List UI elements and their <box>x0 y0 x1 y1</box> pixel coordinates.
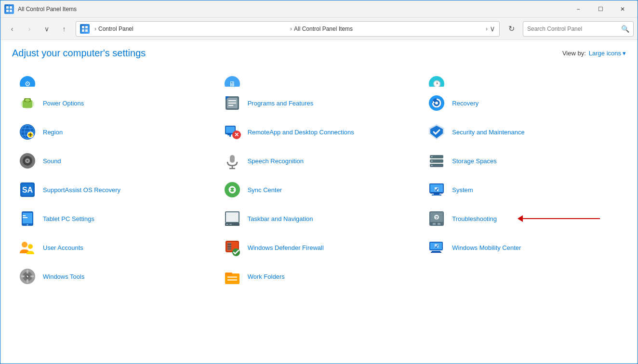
item-clipped-3[interactable]: 🕐 <box>421 66 626 87</box>
dropdown-button[interactable]: ∨ <box>39 21 54 37</box>
item-power-options[interactable]: Power Options <box>12 89 217 117</box>
clipped-icon-2: 🖥 <box>223 74 242 87</box>
sync-center-icon <box>223 180 242 199</box>
item-work-folders[interactable]: Work Folders <box>217 262 422 291</box>
item-taskbar[interactable]: Taskbar and Navigation <box>217 204 422 233</box>
item-speech-recognition[interactable]: Speech Recognition <box>217 146 422 175</box>
storage-spaces-icon <box>427 151 446 170</box>
security-maintenance-label: Security and Maintenance <box>452 129 524 136</box>
svg-rect-7 <box>85 29 88 32</box>
window-controls: − ☐ ✕ <box>567 0 634 18</box>
recovery-icon <box>427 93 446 113</box>
svg-rect-97 <box>432 251 440 252</box>
arrow-line <box>523 218 600 219</box>
troubleshooting-arrow <box>518 215 600 222</box>
user-accounts-icon <box>18 238 37 257</box>
item-recovery[interactable]: Recovery <box>421 89 626 117</box>
item-system[interactable]: System <box>421 175 626 204</box>
svg-text:SA: SA <box>22 186 33 194</box>
power-options-icon <box>18 93 37 113</box>
forward-button[interactable]: › <box>22 21 37 37</box>
minimize-button[interactable]: − <box>567 0 589 18</box>
svg-point-27 <box>435 102 438 104</box>
up-button[interactable]: ↑ <box>56 21 72 37</box>
item-storage-spaces[interactable]: Storage Spaces <box>421 146 626 175</box>
search-bar[interactable]: 🔍 <box>523 21 634 37</box>
address-chevron-icon[interactable]: ∨ <box>490 24 495 33</box>
item-supportassist[interactable]: SA SupportAssist OS Recovery <box>12 175 217 204</box>
address-current[interactable]: All Control Panel Items <box>294 26 484 32</box>
item-sound[interactable]: Sound <box>12 146 217 175</box>
item-region[interactable]: Region <box>12 117 217 146</box>
refresh-button[interactable]: ↻ <box>504 21 519 37</box>
item-remoteapp[interactable]: ✕ RemoteApp and Desktop Connections <box>217 117 422 146</box>
arrow-head <box>518 215 523 222</box>
empty-cell <box>421 262 626 291</box>
svg-rect-57 <box>431 165 433 166</box>
view-dropdown-icon: ▾ <box>623 50 626 57</box>
svg-rect-4 <box>82 26 84 28</box>
close-button[interactable]: ✕ <box>611 0 634 18</box>
maximize-button[interactable]: ☐ <box>589 0 611 18</box>
clipped-icon-1: ⚙ <box>18 74 37 87</box>
svg-point-61 <box>225 182 240 197</box>
back-button[interactable]: ‹ <box>4 21 20 37</box>
address-control-panel[interactable]: Control Panel <box>98 26 288 32</box>
speech-recognition-label: Speech Recognition <box>248 157 304 165</box>
svg-rect-0 <box>6 6 9 9</box>
work-folders-label: Work Folders <box>248 273 285 280</box>
item-user-accounts[interactable]: User Accounts <box>12 233 217 262</box>
page-header: Adjust your computer's settings View by:… <box>12 48 626 59</box>
address-sep2: › <box>290 26 292 32</box>
svg-rect-102 <box>27 270 28 273</box>
item-programs-features[interactable]: Programs and Features <box>217 89 422 117</box>
svg-rect-1 <box>10 6 12 9</box>
windows-mobility-icon <box>427 238 446 257</box>
view-mode-label: Large icons <box>589 50 621 57</box>
sound-label: Sound <box>43 157 61 165</box>
item-sync-center[interactable]: Sync Center <box>217 175 422 204</box>
svg-rect-104 <box>21 275 25 277</box>
item-windows-defender[interactable]: Windows Defender Firewall <box>217 233 422 262</box>
content-area: Adjust your computer's settings View by:… <box>0 40 638 364</box>
work-folders-icon <box>223 267 242 286</box>
svg-text:🕐: 🕐 <box>433 80 441 87</box>
svg-rect-111 <box>227 279 237 281</box>
windows-tools-icon <box>18 267 37 286</box>
search-input[interactable] <box>527 26 621 32</box>
svg-rect-91 <box>227 244 231 245</box>
remoteapp-icon: ✕ <box>223 122 242 142</box>
svg-rect-40 <box>229 134 231 137</box>
svg-rect-2 <box>6 10 9 12</box>
svg-rect-68 <box>430 193 443 194</box>
system-icon <box>427 180 446 199</box>
item-tablet-pc[interactable]: Tablet PC Settings <box>12 204 217 233</box>
view-mode-selector[interactable]: Large icons ▾ <box>589 50 626 57</box>
svg-rect-83 <box>438 223 440 225</box>
item-security-maintenance[interactable]: Security and Maintenance <box>421 117 626 146</box>
troubleshooting-icon: ? <box>427 209 446 228</box>
item-windows-tools[interactable]: Windows Tools <box>12 262 217 291</box>
storage-spaces-label: Storage Spaces <box>452 157 497 165</box>
clipped-label-1: Center <box>43 86 62 87</box>
svg-point-86 <box>22 242 27 247</box>
svg-rect-49 <box>230 155 235 163</box>
item-troubleshooting[interactable]: ? Troubleshooting <box>421 204 626 233</box>
svg-text:?: ? <box>436 215 439 220</box>
speech-recognition-icon <box>223 151 242 170</box>
item-clipped-2[interactable]: 🖥 <box>217 66 422 87</box>
clipped-icon-3: 🕐 <box>427 74 446 87</box>
svg-rect-79 <box>229 224 232 225</box>
search-icon: 🔍 <box>621 25 629 33</box>
region-label: Region <box>43 129 63 136</box>
title-bar: All Control Panel Items − ☐ ✕ <box>0 0 638 18</box>
svg-rect-6 <box>82 29 84 32</box>
svg-point-48 <box>27 160 28 162</box>
item-clipped-1[interactable]: ⚙ Center <box>12 66 217 87</box>
svg-rect-109 <box>225 273 232 275</box>
item-windows-mobility[interactable]: Windows Mobility Center <box>421 233 626 262</box>
window-icon <box>4 4 14 14</box>
address-bar[interactable]: › Control Panel › All Control Panel Item… <box>76 21 500 37</box>
svg-rect-53 <box>431 156 433 157</box>
windows-defender-icon <box>223 238 242 257</box>
